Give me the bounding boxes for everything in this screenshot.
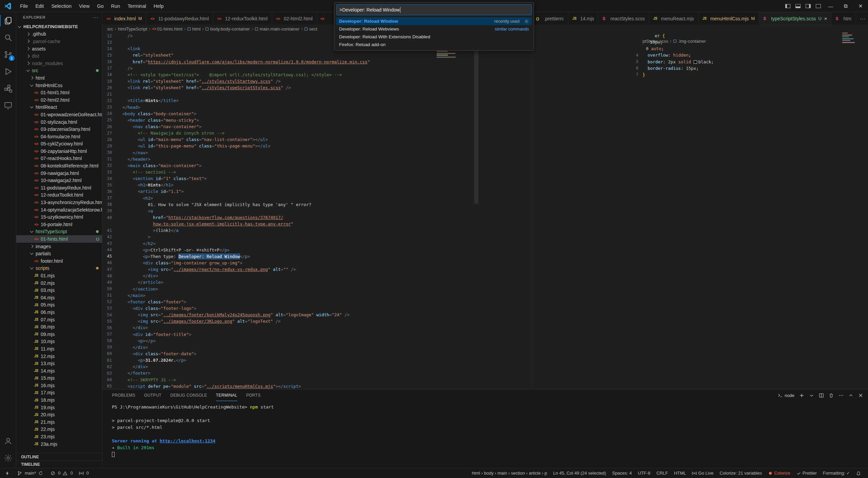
tree-file-06-zapytaniaHttp.html[interactable]: <>06-zapytaniaHttp.html xyxy=(16,147,102,155)
terminal-icon[interactable]: node xyxy=(778,393,794,398)
code-line-31[interactable]: 31 </header> xyxy=(102,156,532,162)
toggle-sidebar-icon[interactable] xyxy=(783,0,793,12)
tree-file-07-reactHooks.html[interactable]: <>07-reactHooks.html xyxy=(16,155,102,162)
menu-help[interactable]: Help xyxy=(150,0,167,12)
tree-file-16-portale.html[interactable]: <>16-portale.html xyxy=(16,221,102,228)
menu-file[interactable]: File xyxy=(16,0,32,12)
code-line-45[interactable]: 45 <p>Then type: Developer: Reload Windo… xyxy=(102,253,532,260)
activity-account-icon[interactable] xyxy=(0,433,16,450)
localhost-link[interactable]: http://localhost:1234 xyxy=(160,438,215,443)
code-line-48[interactable]: 48 </div> xyxy=(102,273,532,279)
status-HTML[interactable]: HTML xyxy=(674,471,686,476)
status-html › body › main › section › article › p[interactable]: html › body › main › section › article ›… xyxy=(472,471,547,476)
tree-folder-htmlTypeScript[interactable]: htmlTypeScript xyxy=(16,228,102,236)
tree-folder-node_modules[interactable]: node_modules xyxy=(16,60,102,67)
tree-file-23a.mjs[interactable]: JS23a.mjs xyxy=(16,440,102,448)
tree-file-05-cyklZyciowy.html[interactable]: <>05-cyklZyciowy.html xyxy=(16,140,102,148)
code-line-39[interactable]: 39 <a xyxy=(102,208,532,214)
status-0[interactable]: 00 xyxy=(51,471,73,476)
chevron-down-icon[interactable] xyxy=(809,393,814,398)
activity-files-icon[interactable] xyxy=(0,12,16,29)
menu-terminal[interactable]: Terminal xyxy=(124,0,150,12)
tab-stub[interactable]: <> xyxy=(317,12,324,25)
tree-folder-scripts[interactable]: scripts xyxy=(16,265,102,272)
configure-keybinding-icon[interactable] xyxy=(522,19,529,24)
status-Colorize: 21 variables[interactable]: Colorize: 21 variables xyxy=(719,471,762,476)
tree-folder-htmlHtmlCss[interactable]: htmlHtmlCss xyxy=(16,82,102,89)
split-icon[interactable] xyxy=(819,393,824,398)
tree-folder-images[interactable]: images xyxy=(16,243,102,250)
tree-folder-.parcel-cache[interactable]: .parcel-cache xyxy=(16,38,102,45)
tree-file-14-optymalizacjaSelektorow.html[interactable]: <>14-optymalizacjaSelektorow.html xyxy=(16,206,102,214)
tree-file-15.mjs[interactable]: JS15.mjs xyxy=(16,375,102,382)
palette-item-Firefox: Reload add-on[interactable]: Firefox: Reload add-on xyxy=(336,41,532,48)
tree-file-footer.html[interactable]: <>footer.html xyxy=(16,257,102,265)
code-line-41[interactable]: 41 >(link)</a xyxy=(102,227,532,234)
code-line-58[interactable]: 58 <p></p> xyxy=(102,338,532,344)
status-zap-icon[interactable] xyxy=(5,471,11,476)
tree-file-10.mjs[interactable]: JS10.mjs xyxy=(16,338,102,345)
code-editor-right[interactable]: er {50px;0 auto;4 overflow: hidden;5 bor… xyxy=(634,33,824,389)
tree-file-01-wprowadzenieDoReact.html[interactable]: <>01-wprowadzenieDoReact.html xyxy=(16,111,102,118)
code-line-52[interactable]: 52 <footer class="footer"> xyxy=(102,299,532,305)
tree-folder-partials[interactable]: partials xyxy=(16,250,102,257)
status-UTF-8[interactable]: UTF-8 xyxy=(638,471,650,476)
status-bell-icon[interactable] xyxy=(856,471,862,476)
code-line-7[interactable]: 7} xyxy=(634,72,824,78)
tree-file-04-formularze.html[interactable]: <>04-formularze.html xyxy=(16,133,102,140)
code-line-19[interactable]: 19 <link rel="stylesheet" href="../style… xyxy=(102,78,532,84)
status-0[interactable]: 0 xyxy=(79,471,89,476)
tab-close-icon[interactable]: × xyxy=(824,16,827,21)
window-restore-button[interactable]: ⧉ xyxy=(838,0,853,12)
tree-file-09.mjs[interactable]: JS09.mjs xyxy=(16,331,102,338)
explorer-more-actions-icon[interactable]: ··· xyxy=(93,15,99,20)
toggle-secondary-sidebar-icon[interactable] xyxy=(803,0,813,12)
panel-tab-terminal[interactable]: TERMINAL xyxy=(216,390,237,401)
breadcrumb-item-01-hints.html[interactable]: <>01-hints.html xyxy=(152,26,182,32)
tree-file-03.mjs[interactable]: JS03.mjs xyxy=(16,286,102,294)
code-line-33[interactable]: 33 <!-- section1 --> xyxy=(102,169,532,175)
breadcrumb-item-main.main-container[interactable]: main.main-container xyxy=(255,26,300,32)
tree-file-20.mjs[interactable]: JS20.mjs xyxy=(16,411,102,418)
window-minimize-button[interactable]: — xyxy=(823,0,838,12)
code-line-20[interactable]: 20 <link rel="stylesheet" href="../style… xyxy=(102,84,532,91)
tab-reactStyles.scss[interactable]: SreactStyles.scss xyxy=(598,12,649,25)
tree-folder-htmlReact[interactable]: htmlReact xyxy=(16,104,102,111)
activity-extensions-icon[interactable] xyxy=(0,80,16,97)
menu-go[interactable]: Go xyxy=(93,0,107,12)
tree-file-02-stylizacja.html[interactable]: <>02-stylizacja.html xyxy=(16,118,102,126)
tree-folder-dist[interactable]: dist xyxy=(16,52,102,60)
breadcrumb-item-html[interactable]: html xyxy=(188,26,201,32)
breadcrumb-item-sect[interactable]: sect xyxy=(304,26,317,32)
minimap-right[interactable] xyxy=(842,33,856,44)
activity-run-debug-icon[interactable] xyxy=(0,63,16,80)
tab-menuHtmlCss.mjs[interactable]: JSmenuHtmlCss.mjsM xyxy=(698,12,759,25)
tree-file-08-kontekstReferencje.html[interactable]: <>08-kontekstReferencje.html xyxy=(16,162,102,170)
tab-menuReact.mjs[interactable]: JSmenuReact.mjs xyxy=(649,12,698,25)
palette-item-meta[interactable]: similar commands xyxy=(495,27,529,32)
chevron-up-icon[interactable] xyxy=(848,393,853,398)
tab-02-html2.html[interactable]: <>02-html2.html xyxy=(272,12,317,25)
tab-htm[interactable]: Shtm xyxy=(832,12,856,25)
tree-file-18.mjs[interactable]: JS18.mjs xyxy=(16,396,102,404)
code-line-29[interactable]: 29 <ul id="this-page-menu" class="this-p… xyxy=(102,143,532,149)
trash-icon[interactable] xyxy=(829,393,834,398)
customize-layout-icon[interactable] xyxy=(813,0,823,12)
panel-tab-debug-console[interactable]: DEBUG CONSOLE xyxy=(170,390,207,401)
window-close-button[interactable]: ✕ xyxy=(853,0,868,12)
tree-file-08.mjs[interactable]: JS08.mjs xyxy=(16,323,102,331)
panel-tab-problems[interactable]: PROBLEMS xyxy=(112,390,135,401)
code-line-63[interactable]: 63 </footer> xyxy=(102,370,532,376)
tree-file-13-asynchronicznyRedux.html[interactable]: <>13-asynchronicznyRedux.html xyxy=(16,199,102,206)
code-line-23[interactable]: 23 </head> xyxy=(102,104,532,111)
code-line-25[interactable]: 25 <header class="menu-sticky"> xyxy=(102,117,532,123)
tree-file-04.mjs[interactable]: JS04.mjs xyxy=(16,294,102,301)
tree-file-11-podstawyRedux.html[interactable]: <>11-podstawyRedux.html xyxy=(16,184,102,192)
tree-file-01.mjs[interactable]: JS01.mjs xyxy=(16,272,102,279)
status-CRLF[interactable]: CRLF xyxy=(656,471,668,476)
tab-12-reduxToolkit.html[interactable]: <>12-reduxToolkit.html xyxy=(213,12,272,25)
tree-folder-.github[interactable]: .github xyxy=(16,31,102,38)
tree-file-15-uzytkownicy.html[interactable]: <>15-uzytkownicy.html xyxy=(16,213,102,221)
code-line-16[interactable]: 16 href="https://cdnjs.cloudflare.com/aj… xyxy=(102,59,532,65)
tree-file-10-nawigacja2.html[interactable]: <>10-nawigacja2.html xyxy=(16,177,102,184)
